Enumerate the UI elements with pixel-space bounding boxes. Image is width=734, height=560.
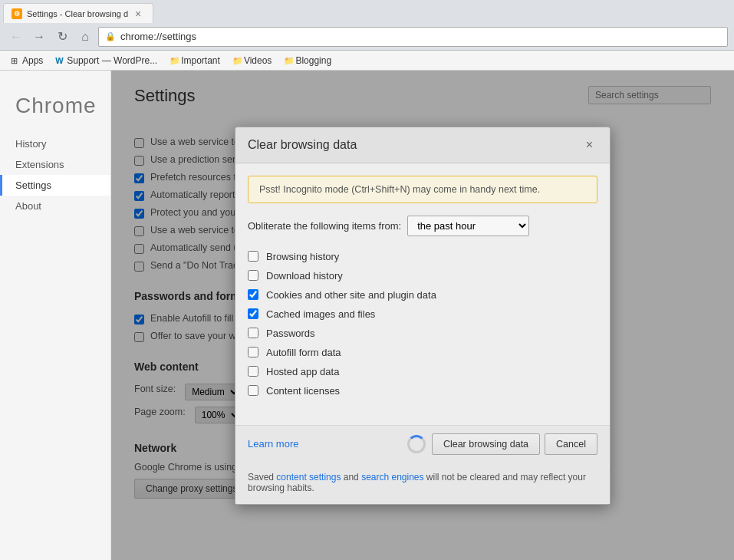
bookmark-blogging[interactable]: 📁 Blogging bbox=[279, 54, 336, 68]
checkbox-passwords-dialog[interactable] bbox=[248, 328, 258, 338]
check-content-licenses: Content licenses bbox=[248, 381, 597, 400]
sidebar-item-history[interactable]: History bbox=[0, 133, 110, 154]
modal-overlay: Clear browsing data × Psst! Incognito mo… bbox=[111, 71, 734, 560]
tab-favicon: ⚙ bbox=[12, 8, 22, 19]
loading-spinner bbox=[407, 435, 426, 453]
dialog-title: Clear browsing data bbox=[248, 138, 357, 152]
browser-window: ⚙ Settings - Clear browsing d × ← → ↻ ⌂ … bbox=[0, 0, 734, 560]
tab-title: Settings - Clear browsing d bbox=[27, 9, 128, 18]
sidebar-item-settings[interactable]: Settings bbox=[0, 175, 110, 196]
bookmark-wordpress[interactable]: W Support — WordPre... bbox=[51, 54, 162, 68]
clear-browsing-data-button[interactable]: Clear browsing data bbox=[432, 433, 540, 455]
cancel-button[interactable]: Cancel bbox=[545, 433, 597, 455]
label-cookies: Cookies and other site and plugin data bbox=[266, 289, 436, 301]
checkbox-hosted-app[interactable] bbox=[248, 366, 258, 377]
address-bar[interactable]: 🔒 chrome://settings bbox=[98, 27, 728, 47]
label-browsing-history: Browsing history bbox=[266, 251, 339, 262]
incognito-notice: Psst! Incognito mode (Ctrl+Shift+N) may … bbox=[248, 176, 597, 203]
label-content-licenses: Content licenses bbox=[266, 385, 340, 397]
browser-tab[interactable]: ⚙ Settings - Clear browsing d × bbox=[3, 3, 153, 23]
title-bar: ⚙ Settings - Clear browsing d × bbox=[0, 0, 734, 23]
sidebar-item-extensions[interactable]: Extensions bbox=[0, 154, 110, 175]
obliterate-label: Obliterate the following items from: bbox=[248, 220, 401, 232]
bookmark-important[interactable]: 📁 Important bbox=[165, 54, 225, 68]
clear-browsing-dialog: Clear browsing data × Psst! Incognito mo… bbox=[235, 127, 611, 505]
home-button[interactable]: ⌂ bbox=[75, 27, 95, 47]
check-passwords: Passwords bbox=[248, 324, 597, 343]
check-autofill: Autofill form data bbox=[248, 343, 597, 362]
bookmark-videos-label: Videos bbox=[244, 55, 272, 66]
chrome-logo: Chrome bbox=[0, 86, 110, 133]
reload-button[interactable]: ↻ bbox=[52, 27, 72, 47]
bookmarks-bar: ⊞ Apps W Support — WordPre... 📁 Importan… bbox=[0, 51, 734, 71]
dialog-body: Psst! Incognito mode (Ctrl+Shift+N) may … bbox=[235, 163, 610, 425]
checkbox-download-history[interactable] bbox=[248, 270, 258, 281]
label-autofill-dialog: Autofill form data bbox=[266, 347, 341, 358]
sidebar-item-about[interactable]: About bbox=[0, 196, 110, 216]
check-browsing-history: Browsing history bbox=[248, 247, 597, 266]
bookmark-apps-label: Apps bbox=[22, 55, 43, 66]
footer-learn: Learn more bbox=[248, 438, 407, 450]
label-cached: Cached images and files bbox=[266, 308, 375, 320]
check-cookies: Cookies and other site and plugin data bbox=[248, 285, 597, 305]
forward-button[interactable]: → bbox=[29, 27, 49, 47]
wordpress-icon: W bbox=[55, 56, 64, 65]
dialog-close-button[interactable]: × bbox=[581, 137, 597, 153]
folder-icon-3: 📁 bbox=[284, 56, 293, 65]
checkbox-browsing-history[interactable] bbox=[248, 251, 258, 262]
settings-main: Settings Use a web service to help resol… bbox=[111, 71, 734, 560]
tab-close-button[interactable]: × bbox=[133, 8, 143, 20]
check-download-history: Download history bbox=[248, 266, 597, 285]
bookmark-apps[interactable]: ⊞ Apps bbox=[6, 54, 48, 68]
label-download-history: Download history bbox=[266, 270, 343, 282]
address-text: chrome://settings bbox=[120, 31, 196, 42]
apps-icon: ⊞ bbox=[11, 56, 20, 65]
label-passwords-dialog: Passwords bbox=[266, 328, 315, 339]
content-settings-link[interactable]: content settings bbox=[276, 472, 341, 483]
footer-middle: and bbox=[341, 472, 361, 483]
checkbox-cookies[interactable] bbox=[248, 289, 258, 300]
back-button[interactable]: ← bbox=[6, 27, 26, 47]
obliterate-row: Obliterate the following items from: the… bbox=[248, 216, 597, 236]
check-hosted-app: Hosted app data bbox=[248, 362, 597, 381]
search-engines-link[interactable]: search engines bbox=[361, 472, 423, 483]
bookmark-blogging-label: Blogging bbox=[295, 55, 331, 66]
bookmark-important-label: Important bbox=[181, 55, 220, 66]
bookmark-videos[interactable]: 📁 Videos bbox=[228, 54, 276, 68]
checkbox-autofill-dialog[interactable] bbox=[248, 347, 258, 357]
bookmark-wordpress-label: Support — WordPre... bbox=[67, 55, 157, 66]
dialog-header: Clear browsing data × bbox=[235, 127, 610, 163]
page-content: Chrome History Extensions Settings About… bbox=[0, 71, 734, 560]
dialog-footer: Learn more Clear browsing data Cancel bbox=[235, 425, 610, 466]
label-hosted-app: Hosted app data bbox=[266, 366, 339, 377]
time-period-select[interactable]: the past hour the past day the past week… bbox=[407, 216, 529, 236]
sidebar: Chrome History Extensions Settings About bbox=[0, 71, 111, 560]
checkbox-content-licenses[interactable] bbox=[248, 385, 258, 396]
footer-note-before: Saved bbox=[248, 472, 276, 483]
check-cached: Cached images and files bbox=[248, 305, 597, 324]
nav-bar: ← → ↻ ⌂ 🔒 chrome://settings bbox=[0, 23, 734, 51]
address-icon: 🔒 bbox=[105, 31, 116, 41]
checkbox-cached[interactable] bbox=[248, 308, 258, 319]
folder-icon-2: 📁 bbox=[232, 56, 242, 65]
folder-icon-1: 📁 bbox=[170, 56, 179, 65]
learn-more-link[interactable]: Learn more bbox=[248, 438, 298, 450]
checkbox-list: Browsing history Download history Cookie… bbox=[248, 247, 597, 400]
footer-note: Saved content settings and search engine… bbox=[235, 466, 610, 504]
